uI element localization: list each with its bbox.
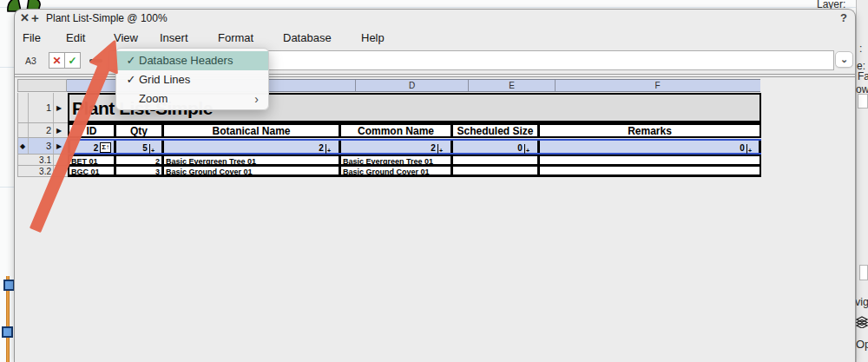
cell-reference: A3 <box>25 56 36 66</box>
row-expander-icon[interactable]: ▶ <box>56 104 62 112</box>
header-cell-common[interactable]: Common Name <box>341 125 450 136</box>
plus-marker-icon[interactable]: + <box>746 144 752 154</box>
selected-row-diamond-icon: ◆ <box>20 142 25 150</box>
help-icon[interactable]: ? <box>840 11 847 24</box>
sum-sort-icon[interactable]: Σ↑ <box>100 142 111 153</box>
cell-size[interactable] <box>453 167 537 174</box>
panel-fragment: Op <box>856 338 868 351</box>
selection-handle[interactable] <box>2 326 13 338</box>
cell-divider <box>537 141 540 153</box>
submenu-chevron-icon: › <box>254 89 259 109</box>
column-header-e[interactable]: E <box>469 80 555 91</box>
menu-item-label: Database Headers <box>139 51 233 70</box>
row-header-divider <box>53 166 54 176</box>
row-expander-icon[interactable]: ▶ <box>56 127 62 135</box>
cell-common[interactable]: Basic Evergreen Tree 01 <box>341 156 450 164</box>
summary-value: 0 <box>517 143 523 153</box>
summary-value: 0 <box>740 143 745 153</box>
summary-value: 2 <box>94 143 99 153</box>
summary-cell-d3[interactable]: 2 + <box>345 142 443 153</box>
summary-cell-b3[interactable]: 5 + <box>118 142 155 153</box>
cell-id[interactable]: BET 01 <box>69 156 114 164</box>
row-number: 1 <box>29 102 51 113</box>
panel-input-partial[interactable] <box>858 94 868 109</box>
summary-cell-f3[interactable]: 0 + <box>545 142 752 153</box>
chevron-down-icon[interactable]: ⌄ <box>835 51 853 68</box>
menu-edit[interactable]: Edit <box>66 27 85 48</box>
column-header-d[interactable]: D <box>356 80 468 91</box>
cell-qty[interactable]: 3 <box>116 167 161 174</box>
add-icon[interactable]: + <box>31 10 39 27</box>
plus-marker-icon[interactable]: + <box>437 144 443 154</box>
summary-value: 2 <box>431 143 436 153</box>
menu-item-grid-lines[interactable]: ✓ Grid Lines <box>116 70 268 89</box>
window-title: Plant List-Simple @ 100% <box>46 10 168 28</box>
cell-common[interactable]: Basic Ground Cover 01 <box>341 167 450 174</box>
menu-database[interactable]: Database <box>283 27 332 48</box>
panel-fragment: Fa <box>858 70 868 82</box>
view-menu-dropdown: ✓ Database Headers ✓ Grid Lines Zoom › <box>115 48 269 110</box>
row-header-divider <box>53 123 54 137</box>
cell-divider <box>450 141 453 153</box>
summary-value: 2 <box>319 143 324 153</box>
menu-view[interactable]: View <box>114 27 138 48</box>
cell-remarks[interactable] <box>540 167 760 174</box>
corner-header-cell[interactable] <box>17 79 67 92</box>
row-header-divider <box>53 155 54 165</box>
drawing-grid-line <box>0 7 868 8</box>
sum-tool-icon[interactable] <box>89 59 102 63</box>
cell-divider <box>161 141 164 153</box>
menu-item-zoom[interactable]: Zoom › <box>116 89 268 109</box>
layers-icon[interactable] <box>856 316 868 328</box>
plus-marker-icon[interactable]: + <box>524 144 529 154</box>
menu-insert[interactable]: Insert <box>160 27 188 48</box>
menu-item-label: Zoom <box>139 89 168 109</box>
panel-fragment: vig <box>855 296 868 308</box>
cancel-entry-button[interactable]: ✕ <box>49 52 65 69</box>
panel-input-partial[interactable] <box>859 265 868 280</box>
summary-cell-a3[interactable]: 2 Σ↑ <box>73 142 111 153</box>
table-row[interactable]: BET 01 2 Basic Evergreen Tree 01 Basic E… <box>68 155 761 166</box>
summary-cell-c3[interactable]: 2 + <box>170 142 331 153</box>
menu-item-database-headers[interactable]: ✓ Database Headers <box>116 51 268 70</box>
menu-item-label: Grid Lines <box>139 70 190 89</box>
plus-marker-icon[interactable]: + <box>326 144 331 154</box>
panel-fragment: : <box>859 43 862 55</box>
worksheet-menubar: File Edit View Insert Format Database He… <box>15 27 855 48</box>
row-number: 3.1 <box>29 155 51 165</box>
cell-id[interactable]: BGC 01 <box>69 167 114 174</box>
cell-size[interactable] <box>453 156 537 164</box>
header-cell-id[interactable]: ID <box>69 125 114 136</box>
row-number: 3.2 <box>29 167 51 176</box>
database-header-row-selected[interactable]: 2 Σ↑ 5 + 2 + 2 + 0 + 0 + <box>68 139 761 155</box>
cell-botanical[interactable]: Basic Ground Cover 01 <box>164 167 339 174</box>
cell-remarks[interactable] <box>540 156 760 164</box>
plus-marker-icon[interactable]: + <box>149 144 155 154</box>
row-header-divider <box>53 93 54 122</box>
checkmark-icon: ✓ <box>124 70 138 89</box>
cell-qty[interactable]: 2 <box>116 156 161 164</box>
menu-file[interactable]: File <box>23 27 41 48</box>
summary-value: 5 <box>142 143 148 153</box>
checkmark-icon: ✓ <box>124 51 138 70</box>
window-titlebar[interactable]: ✕ + Plant List-Simple @ 100% ? <box>15 10 855 27</box>
column-header-f[interactable]: F <box>556 80 760 91</box>
cell-divider <box>339 141 341 153</box>
menu-format[interactable]: Format <box>218 27 253 48</box>
summary-cell-e3[interactable]: 0 + <box>458 142 529 153</box>
table-header-row[interactable]: ID Qty Botanical Name Common Name Schedu… <box>68 123 761 138</box>
screenshot-canvas: Layer: : e: Fa ow vig Op ✕ + Plant List-… <box>0 0 868 362</box>
table-row[interactable]: BGC 01 3 Basic Ground Cover 01 Basic Gro… <box>68 166 761 177</box>
header-cell-remarks[interactable]: Remarks <box>540 125 760 136</box>
header-cell-size[interactable]: Scheduled Size <box>453 125 537 136</box>
cell-botanical[interactable]: Basic Evergreen Tree 01 <box>164 156 339 164</box>
close-icon[interactable]: ✕ <box>20 10 30 27</box>
menu-help[interactable]: Help <box>361 27 385 48</box>
row-number: 2 <box>29 125 51 135</box>
header-cell-qty[interactable]: Qty <box>116 125 161 136</box>
accept-entry-button[interactable]: ✓ <box>64 52 81 69</box>
cell-divider <box>68 141 70 153</box>
row-expander-icon[interactable]: ▶ <box>56 142 62 150</box>
row-header-divider <box>53 138 54 154</box>
header-cell-botanical[interactable]: Botanical Name <box>164 125 339 136</box>
